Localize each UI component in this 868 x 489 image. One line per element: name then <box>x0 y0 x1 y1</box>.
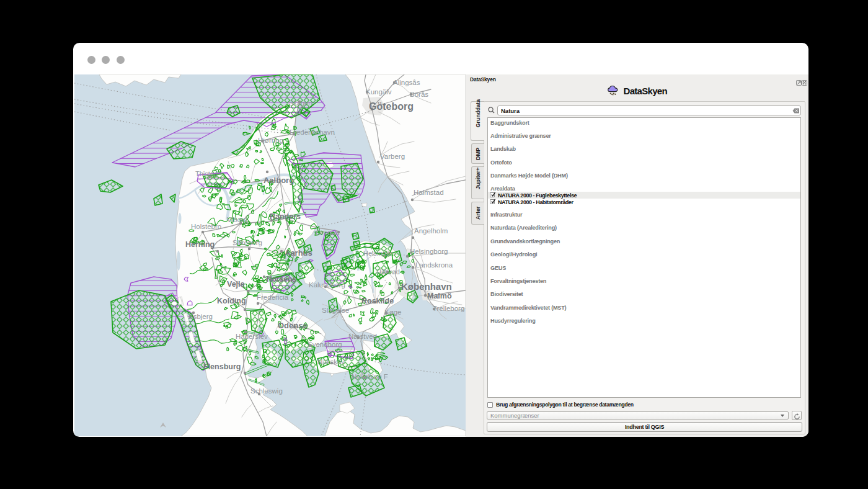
svg-text:Frederikshavn: Frederikshavn <box>290 128 335 136</box>
svg-text:Holstebro: Holstebro <box>191 223 221 230</box>
svg-text:Esbjerg: Esbjerg <box>188 313 213 320</box>
svg-text:Flensburg: Flensburg <box>203 362 241 371</box>
svg-text:Nakskov: Nakskov <box>317 358 345 366</box>
svg-text:Hjørring: Hjørring <box>258 137 283 144</box>
svg-text:Aalborg: Aalborg <box>264 176 294 185</box>
svg-text:Varberg: Varberg <box>380 153 405 160</box>
svg-text:Fredericia: Fredericia <box>257 294 289 301</box>
svg-text:Ängelholm: Ängelholm <box>414 227 448 235</box>
svg-text:Malmö: Malmö <box>427 292 452 300</box>
svg-text:Vejle: Vejle <box>227 280 245 289</box>
svg-text:Nykøbing F: Nykøbing F <box>352 373 388 380</box>
svg-text:Slagelse: Slagelse <box>322 307 349 314</box>
svg-text:Kalundborg: Kalundborg <box>309 281 345 289</box>
svg-text:Næstved: Næstved <box>348 333 377 340</box>
svg-text:Halmstad: Halmstad <box>414 189 444 196</box>
svg-text:Trelleborg: Trelleborg <box>433 305 464 312</box>
svg-text:Grenaa: Grenaa <box>316 229 340 236</box>
svg-text:Landskrona: Landskrona <box>415 261 453 269</box>
svg-text:Skagen: Skagen <box>289 99 312 107</box>
svg-text:Køge: Køge <box>384 308 402 316</box>
svg-text:Silkeborg: Silkeborg <box>232 239 262 246</box>
svg-text:Thisted: Thisted <box>195 170 218 177</box>
svg-text:Randers: Randers <box>270 212 301 221</box>
svg-text:Horsens: Horsens <box>267 275 296 284</box>
svg-text:Svendborg: Svendborg <box>308 341 342 348</box>
svg-text:Aarhus: Aarhus <box>285 248 312 258</box>
svg-text:Hillerød: Hillerød <box>376 268 400 276</box>
svg-text:Herning: Herning <box>185 240 215 249</box>
svg-text:Haderslev: Haderslev <box>236 333 268 340</box>
svg-text:Borås: Borås <box>410 91 428 98</box>
svg-text:Schleswig: Schleswig <box>250 387 283 395</box>
svg-text:Roskilde: Roskilde <box>361 297 394 305</box>
svg-text:Kungälv: Kungälv <box>366 88 392 96</box>
svg-text:Helsingør: Helsingør <box>363 249 392 257</box>
svg-text:Kolding: Kolding <box>217 297 246 305</box>
svg-text:Helsingborg: Helsingborg <box>410 248 448 255</box>
svg-text:Göteborg: Göteborg <box>369 101 414 112</box>
svg-text:Alingsås: Alingsås <box>393 79 420 86</box>
svg-text:Viborg: Viborg <box>227 216 247 223</box>
svg-text:Odense: Odense <box>278 321 308 330</box>
svg-text:København: København <box>401 281 452 292</box>
